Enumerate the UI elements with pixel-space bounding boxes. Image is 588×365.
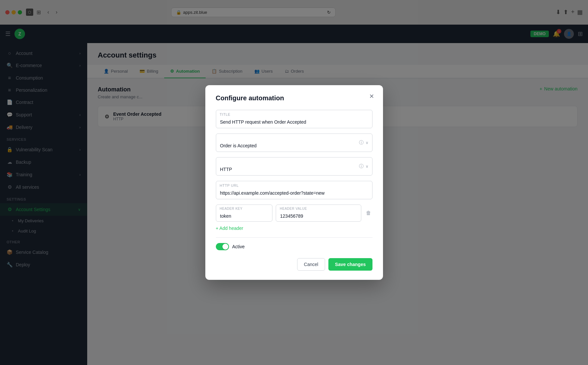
add-header-label: + Add header — [216, 226, 243, 231]
http-url-input[interactable] — [216, 181, 372, 199]
modal-overlay: Configure automation ✕ Title Event Order… — [0, 0, 588, 365]
type-select-wrapper: HTTP ⓘ ∨ — [216, 157, 372, 176]
add-header-button[interactable]: + Add header — [216, 224, 243, 232]
toggle-knob — [222, 244, 228, 250]
header-value-input[interactable] — [276, 205, 361, 222]
modal-actions: Cancel Save changes — [216, 258, 372, 271]
divider — [216, 237, 372, 238]
type-field-wrapper: Type HTTP ⓘ ∨ — [216, 157, 372, 176]
header-row: Header KEY Header VALUE 🗑 — [216, 205, 372, 222]
configure-automation-modal: Configure automation ✕ Title Event Order… — [205, 85, 383, 280]
title-field-input[interactable] — [216, 110, 372, 128]
header-key-input[interactable] — [216, 205, 273, 222]
type-select[interactable]: HTTP — [216, 157, 372, 176]
modal-title: Configure automation — [216, 94, 372, 102]
active-label: Active — [232, 244, 245, 249]
header-key-wrapper: Header KEY — [216, 205, 273, 222]
http-url-label: HTTP URL — [220, 183, 239, 187]
cancel-button[interactable]: Cancel — [297, 258, 325, 271]
title-field-label: Title — [220, 112, 231, 116]
event-field-wrapper: Event Order is Accepted ⓘ ∨ — [216, 134, 372, 152]
active-toggle-row: Active — [216, 243, 372, 250]
event-select-wrapper: Order is Accepted ⓘ ∨ — [216, 134, 372, 152]
header-delete-button[interactable]: 🗑 — [365, 209, 372, 217]
title-field-wrapper: Title — [216, 110, 372, 128]
modal-close-button[interactable]: ✕ — [367, 92, 376, 101]
header-value-wrapper: Header VALUE — [276, 205, 361, 222]
event-select[interactable]: Order is Accepted — [216, 134, 372, 152]
http-url-field-wrapper: HTTP URL — [216, 181, 372, 199]
active-toggle[interactable] — [216, 243, 229, 250]
save-changes-button[interactable]: Save changes — [328, 258, 372, 271]
